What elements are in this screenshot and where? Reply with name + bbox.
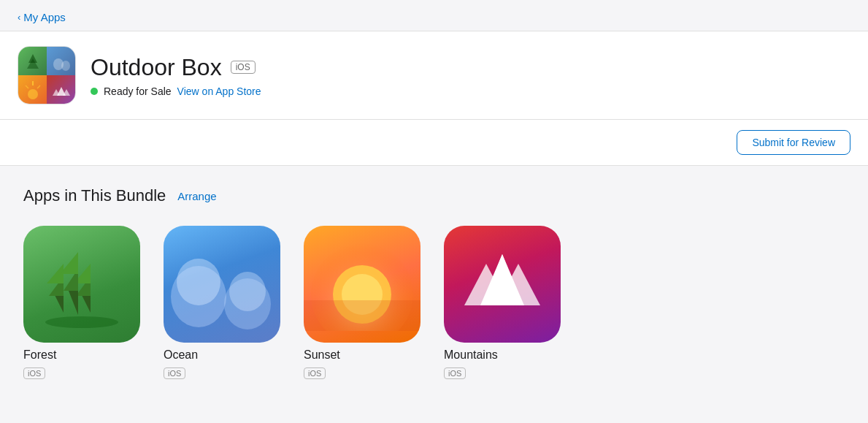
back-label: My Apps — [23, 11, 66, 23]
app-icon-forest — [23, 226, 140, 343]
svg-point-3 — [61, 61, 70, 71]
app-card-sunset[interactable]: Sunset iOS — [304, 226, 420, 379]
svg-line-7 — [37, 85, 40, 88]
app-platform-mountains: iOS — [444, 367, 466, 379]
submit-for-review-button[interactable]: Submit for Review — [737, 130, 850, 155]
ocean-icon-svg — [164, 226, 280, 337]
app-title-row: Outdoor Box iOS — [91, 54, 261, 81]
ocean-mini-icon — [51, 51, 72, 72]
view-store-link[interactable]: View on App Store — [177, 85, 261, 97]
app-platform-badge: iOS — [231, 61, 256, 74]
app-platform-ocean: iOS — [164, 367, 185, 379]
app-header: Outdoor Box iOS Ready for Sale View on A… — [0, 31, 868, 120]
app-platform-sunset: iOS — [304, 367, 326, 379]
app-name-ocean: Ocean — [164, 348, 198, 362]
svg-point-11 — [45, 316, 118, 328]
app-icon-mountains — [444, 226, 561, 343]
svg-marker-20 — [60, 252, 78, 274]
app-card-forest[interactable]: Forest iOS — [23, 226, 140, 379]
back-chevron-icon: ‹ — [18, 12, 20, 23]
bundle-header: Apps in This Bundle Arrange — [23, 186, 845, 205]
app-name-forest: Forest — [23, 348, 56, 362]
back-link[interactable]: ‹ My Apps — [18, 11, 66, 23]
app-name-mountains: Mountains — [444, 348, 498, 362]
svg-point-22 — [177, 259, 220, 305]
app-card-mountains[interactable]: Mountains iOS — [444, 226, 561, 379]
bundle-icon — [18, 46, 76, 104]
arrange-link[interactable]: Arrange — [177, 190, 216, 202]
app-status: Ready for Sale — [104, 85, 172, 97]
bundle-section: Apps in This Bundle Arrange — [0, 166, 868, 400]
app-name-sunset: Sunset — [304, 348, 340, 362]
sunset-mini-icon — [23, 80, 43, 100]
bundle-icon-cell-mountains — [47, 75, 75, 104]
action-bar: Submit for Review — [0, 120, 868, 166]
bundle-icon-cell-ocean — [47, 47, 75, 75]
nav-bar: ‹ My Apps — [0, 0, 868, 31]
svg-marker-32 — [496, 254, 508, 269]
svg-line-6 — [26, 85, 28, 88]
mountains-icon-svg — [444, 226, 561, 331]
app-icon-sunset — [304, 226, 420, 343]
svg-rect-28 — [304, 300, 420, 331]
bundle-section-title: Apps in This Bundle — [23, 186, 166, 205]
app-title: Outdoor Box — [91, 54, 222, 81]
status-row: Ready for Sale View on App Store — [91, 85, 261, 97]
forest-mini-icon — [23, 51, 43, 72]
status-dot-icon — [91, 88, 98, 95]
app-info: Outdoor Box iOS Ready for Sale View on A… — [91, 54, 261, 97]
app-card-ocean[interactable]: Ocean iOS — [164, 226, 280, 379]
apps-grid: Forest iOS Ocean iOS — [23, 226, 845, 379]
bundle-icon-cell-forest — [18, 47, 47, 75]
svg-point-24 — [229, 272, 266, 311]
svg-marker-1 — [27, 58, 39, 69]
svg-marker-18 — [67, 287, 78, 315]
sunset-icon-svg — [304, 226, 420, 331]
app-icon-ocean — [164, 226, 280, 343]
svg-point-4 — [28, 89, 38, 99]
bundle-icon-cell-sunset — [18, 75, 47, 104]
forest-icon-svg — [38, 243, 126, 331]
mountains-mini-icon — [51, 80, 72, 100]
app-platform-forest: iOS — [23, 367, 45, 379]
